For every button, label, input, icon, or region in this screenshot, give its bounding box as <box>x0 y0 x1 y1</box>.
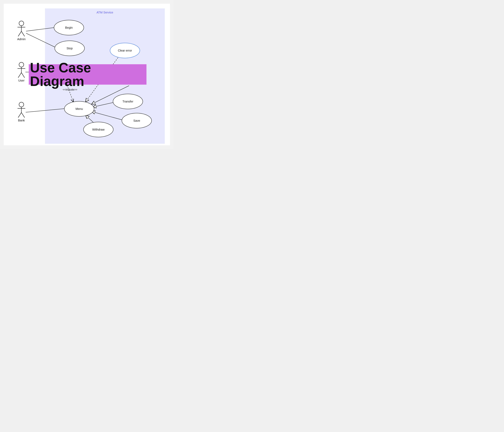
svg-point-10 <box>19 102 24 107</box>
svg-point-0 <box>19 21 24 26</box>
usecase-begin-label: Begin <box>65 26 72 29</box>
svg-line-3 <box>18 31 21 36</box>
actor-bank[interactable]: Bank <box>15 102 28 122</box>
svg-line-13 <box>18 113 21 118</box>
stick-figure-icon <box>17 102 26 118</box>
usecase-clear-error-label: Clear error <box>118 49 132 52</box>
actor-bank-label: Bank <box>15 119 28 122</box>
page-frame: ATM Service <box>0 0 174 149</box>
actor-user-label: User <box>15 79 28 82</box>
svg-line-8 <box>18 73 21 78</box>
usecase-begin[interactable]: Begin <box>54 20 84 35</box>
system-boundary-title: ATM Service <box>45 11 165 14</box>
svg-line-14 <box>21 113 25 118</box>
overlay-title-banner: Use Case Diagram <box>29 64 146 85</box>
usecase-save[interactable]: Save <box>122 113 152 128</box>
usecase-menu[interactable]: Menu <box>64 101 94 117</box>
svg-point-5 <box>19 62 24 67</box>
usecase-transfer[interactable]: Transfer <box>113 94 143 109</box>
diagram-canvas[interactable]: ATM Service <box>4 4 170 145</box>
usecase-save-label: Save <box>133 119 140 122</box>
usecase-withdraw-label: Withdraw <box>92 128 104 131</box>
svg-line-4 <box>21 31 25 36</box>
svg-line-9 <box>21 73 25 78</box>
actor-admin[interactable]: Admin <box>15 21 28 41</box>
usecase-stop-label: Stop <box>66 47 72 50</box>
actor-user[interactable]: User <box>15 62 28 82</box>
usecase-withdraw[interactable]: Withdraw <box>83 122 113 137</box>
usecase-menu-label: Menu <box>75 107 83 111</box>
stick-figure-icon <box>17 62 26 78</box>
usecase-clear-error[interactable]: Clear error <box>110 43 140 58</box>
overlay-title-text: Use Case Diagram <box>30 61 146 88</box>
actor-admin-label: Admin <box>15 38 28 41</box>
usecase-stop[interactable]: Stop <box>54 41 85 56</box>
usecase-transfer-label: Transfer <box>122 100 133 103</box>
stick-figure-icon <box>17 21 26 37</box>
